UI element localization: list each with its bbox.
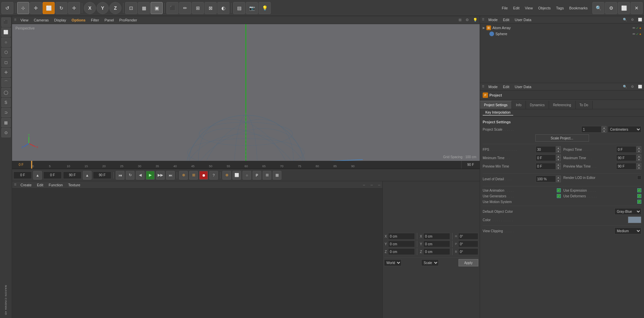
dot-vis-icon[interactable]: ● [639,26,641,30]
proj-time-down[interactable]: ▼ [637,149,641,153]
z-axis-btn[interactable]: Z [109,2,121,14]
view-clipping-select[interactable]: Medium [614,228,641,234]
apply-btn[interactable]: Apply [459,259,478,266]
min-time-input[interactable] [536,154,556,161]
maximize-btn[interactable]: ⬜ [618,2,630,14]
snap-p-btn[interactable]: P [253,171,261,180]
use-anim-checkbox[interactable]: ✓ [557,188,561,192]
preview-max-input[interactable] [616,163,636,170]
project-scale-input[interactable] [581,126,601,133]
lod-input[interactable] [536,176,556,182]
render-lod-checkbox[interactable] [637,176,641,180]
deform-btn[interactable]: ⊠ [205,2,217,14]
props-maximize-icon[interactable]: ⬜ [638,85,642,88]
coord-y-input[interactable] [388,241,415,247]
eye-vis-icon[interactable]: ✓ [636,26,639,30]
max-time-down[interactable]: ▼ [637,158,641,161]
kf-edit-menu[interactable]: Edit [36,182,45,188]
subdiv-btn[interactable]: ⊞ [192,2,204,14]
sphere-edit-vis[interactable]: ✏ [633,32,635,36]
scale-select[interactable]: Scale [421,259,439,266]
scene-search-icon[interactable]: 🔍 [623,18,627,21]
props-mode-menu[interactable]: Mode [487,84,499,89]
coord-z2-input[interactable] [423,248,450,255]
subtab-key-interpolation[interactable]: Key Interpolation [483,110,513,116]
render2-btn[interactable]: ▣ [151,2,163,14]
transform-btn[interactable]: ✛ [68,2,80,14]
vp-prorender-menu[interactable]: ProRender [118,17,139,23]
edit-menu-scene[interactable]: Edit [502,17,511,22]
use-motion-checkbox[interactable]: ✓ [637,200,641,204]
rotate-btn[interactable]: ↻ [55,2,67,14]
preview-max-up[interactable]: ▲ [637,163,641,166]
scene-item-atom-array[interactable]: ▶ ⊞ Atom Array ✏ ✓ ● [481,25,643,31]
scale-btn[interactable]: ⬜ [43,2,55,14]
kf-create-menu[interactable]: Create [19,182,33,188]
sphere-eye-vis[interactable]: ✓ [636,32,639,36]
use-def-checkbox[interactable]: ✓ [637,194,641,198]
vp-icon-settings[interactable]: ⚙ [466,18,469,22]
coord-b-input[interactable] [458,248,478,255]
timeline-ruler[interactable]: 0 F 0 5 10 15 [12,161,480,169]
tab-referencing[interactable]: Referencing [549,101,576,109]
scene-item-sphere[interactable]: Sphere ✏ ✓ ● [481,31,643,37]
prev-frame-btn[interactable]: ◀ [136,171,145,180]
next-frame-btn[interactable]: ▶▶ [156,171,165,180]
world-select[interactable]: World [384,259,401,266]
grid-btn[interactable]: ⊞ [263,171,271,180]
use-expr-checkbox[interactable]: ✓ [637,188,641,192]
use-gen-checkbox[interactable]: ✓ [557,194,561,198]
scale-down-arrow[interactable]: ▼ [602,129,606,133]
keyframe-add-btn[interactable]: ⊞ [189,171,198,180]
light-btn[interactable]: 💡 [259,2,271,14]
preview-min-down[interactable]: ▼ [556,166,561,170]
tab-todo[interactable]: To Do [576,101,593,109]
max-time-input[interactable] [616,154,636,161]
morph-tool-btn[interactable]: ⊙ [1,128,11,137]
render1-btn[interactable]: ▦ [138,2,150,14]
start-frame-field[interactable]: 0 F [13,172,32,179]
view-menu[interactable]: View [524,5,534,11]
sculpt-btn[interactable]: ◐ [217,2,229,14]
cylinder-tool-btn[interactable]: ⬡ [1,48,11,57]
props-scroll-container[interactable]: Project Settings Project Scale . . . . .… [480,117,644,238]
end-time-field[interactable]: 90 F [63,172,82,179]
checker-tool-btn[interactable]: ⬜ [1,27,11,37]
edit-menu[interactable]: Edit [512,5,521,11]
frame-spinner-up[interactable]: ▲ [33,171,42,180]
scene-maximize-icon[interactable]: ⬜ [638,18,642,21]
coord-x2-input[interactable] [423,233,450,240]
anim-btn[interactable]: ⊡ [125,2,137,14]
vp-panel-menu[interactable]: Panel [103,17,115,23]
move-btn[interactable]: ✛ [30,2,42,14]
props-userdata-menu[interactable]: User Data [514,84,533,89]
max-time-up[interactable]: ▲ [637,154,641,158]
kf-texture-menu[interactable]: Texture [67,182,82,188]
lod-down[interactable]: ▼ [556,179,561,182]
file-menu[interactable]: File [500,5,509,11]
fps-input[interactable] [536,146,556,153]
min-time-up[interactable]: ▲ [556,154,561,158]
vp-cameras-menu[interactable]: Cameras [33,17,50,23]
scale-project-btn[interactable]: Scale Project... [535,134,589,142]
cube-btn[interactable]: ⬛ [166,2,178,14]
fps-down[interactable]: ▼ [556,149,561,153]
lasso-tool-btn[interactable]: ⊃ [1,108,11,117]
start-time-field[interactable]: 0 F [43,172,62,179]
record-btn[interactable]: ⏺ [199,171,208,180]
preview-min-up[interactable]: ▲ [556,163,561,166]
fps-up[interactable]: ▲ [556,146,561,149]
help-btn[interactable]: ? [209,171,218,180]
scale-up-arrow[interactable]: ▲ [602,126,606,129]
vp-view-menu[interactable]: View [19,17,30,23]
play-btn[interactable]: ▶ [146,171,155,180]
scene-settings-icon[interactable]: ⚙ [631,18,634,21]
project-scale-unit-select[interactable]: Centimeters [608,126,641,133]
preview-max-down[interactable]: ▼ [637,166,641,170]
tab-info[interactable]: Info [512,101,526,109]
go-end-btn[interactable]: ⏭ [166,171,175,180]
layout-btn[interactable]: ▦ [273,171,281,180]
search-btn[interactable]: 🔍 [592,2,604,14]
vp-filter-menu[interactable]: Filter [90,17,100,23]
x-axis-btn[interactable]: X [84,2,96,14]
